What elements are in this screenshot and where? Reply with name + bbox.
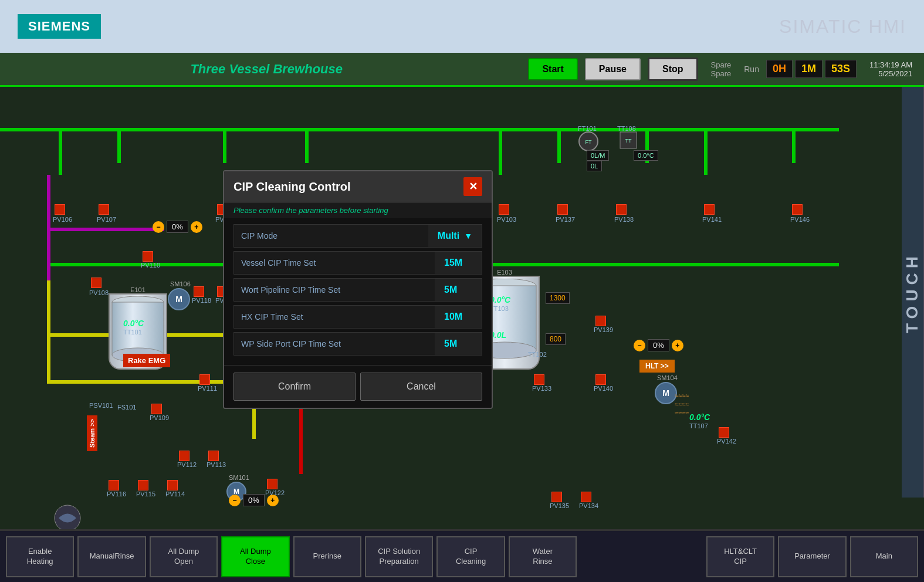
valve-pv115[interactable] (138, 480, 148, 490)
pipe-v3 (223, 128, 226, 163)
stop-button[interactable]: Stop (648, 57, 698, 81)
valve-pv146[interactable] (792, 204, 803, 215)
touch-label: TOUCH (902, 87, 924, 498)
pv109-label: PV109 (150, 414, 169, 421)
hx-label: ≈≈≈≈ (675, 392, 689, 399)
valve-pv106[interactable] (55, 204, 65, 215)
pv140-label: PV140 (594, 385, 613, 392)
valve-pv118[interactable] (194, 286, 204, 297)
svg-text:FT: FT (585, 139, 592, 145)
flow-l: 0L (587, 161, 602, 171)
pct-minus-right[interactable]: − (634, 340, 645, 351)
modal-title: CIP Cleaning Control (233, 180, 351, 194)
pipe-v4 (305, 128, 309, 163)
toolbar-btn-main[interactable]: Main (850, 536, 918, 577)
valve-pv134[interactable] (581, 492, 591, 502)
hlt-button[interactable]: HLT >> (639, 360, 675, 373)
temp-tt107: 0.0°C (689, 412, 710, 422)
pv116-label: PV116 (107, 490, 126, 498)
steam-label-2[interactable]: Steam >> (87, 415, 97, 451)
pv114-label: PV114 (165, 490, 185, 498)
toolbar-btn-cip-cleaning[interactable]: CIPCleaning (436, 536, 505, 577)
confirm-button[interactable]: Confirm (233, 373, 356, 401)
toolbar-btn-enable-heating[interactable]: EnableHeating (6, 536, 74, 577)
pause-button[interactable]: Pause (585, 58, 641, 80)
valve-pv141[interactable] (704, 204, 715, 215)
cip-mode-row[interactable]: CIP Mode Multi ▼ (233, 224, 482, 248)
valve-pv103[interactable] (499, 204, 509, 215)
toolbar-btn-parameter[interactable]: Parameter (778, 536, 846, 577)
modal-body: CIP Mode Multi ▼ Vessel CIP Time Set 15M… (224, 218, 492, 365)
sm106-motor: M (167, 287, 191, 313)
pct-plus-top[interactable]: + (191, 221, 202, 233)
valve-pv139[interactable] (595, 316, 606, 326)
hx-cip-label: HX CIP Time Set (234, 306, 435, 327)
pct-plus-right[interactable]: + (672, 340, 683, 351)
valve-pv107[interactable] (99, 204, 109, 215)
pv137-label: PV137 (556, 216, 575, 223)
valve-pv111[interactable] (199, 374, 210, 385)
pv146-label: PV146 (790, 216, 810, 223)
e103-id: E103 (497, 269, 512, 276)
pv142-label: PV142 (717, 438, 736, 445)
toolbar-btn-all-dump-close[interactable]: All DumpClose (221, 536, 289, 577)
valve-pv112[interactable] (179, 451, 189, 461)
spare2-label: Spare (711, 69, 732, 78)
valve-pv138[interactable] (616, 204, 627, 215)
toolbar-btn-prerinse[interactable]: Prerinse (293, 536, 361, 577)
pct-minus-top[interactable]: − (153, 221, 164, 233)
fs104-pump (53, 503, 82, 529)
timer-minutes: 1M (795, 60, 823, 78)
pv118-label: PV118 (192, 297, 211, 304)
valve-pv142[interactable] (719, 427, 729, 438)
toolbar-btn-all-dump-open[interactable]: All DumpOpen (150, 536, 218, 577)
control-bar: Three Vessel Brewhouse Start Pause Stop … (0, 53, 924, 87)
pipe-v6 (557, 128, 561, 163)
pipe-v9 (792, 128, 796, 163)
run-label: Run (744, 65, 759, 74)
wort-pipeline-cip-row[interactable]: Wort Pipeline CIP Time Set 5M (233, 278, 482, 302)
wort-pipeline-value[interactable]: 5M (435, 279, 482, 301)
valve-pv109[interactable] (151, 404, 162, 414)
toolbar-btn-hlt-clt-cip[interactable]: HLT&CLTCIP (706, 536, 774, 577)
vessel-cip-value[interactable]: 15M (435, 252, 482, 274)
pv139-label: PV139 (594, 326, 613, 333)
valve-pv133[interactable] (534, 374, 544, 385)
start-button[interactable]: Start (528, 58, 577, 80)
valve-pv108[interactable] (91, 278, 101, 288)
tt102b-label: TT102 (528, 351, 547, 358)
hx-cip-value[interactable]: 10M (435, 306, 482, 328)
valve-pv116[interactable] (109, 480, 119, 490)
temp-tt108-display: 0.0°C (634, 150, 658, 161)
pv108-label: PV108 (89, 289, 109, 296)
valve-pv113[interactable] (208, 451, 219, 461)
ft101-label: FT101 (578, 125, 597, 132)
pipe-v8 (704, 128, 708, 175)
pipe-mid3 (487, 263, 839, 266)
cip-mode-value[interactable]: Multi ▼ (428, 225, 482, 247)
hx-label3: ≈≈≈≈ (675, 410, 689, 417)
pct-minus-bottom[interactable]: − (229, 495, 241, 506)
pct-top: − 0% + (153, 221, 202, 233)
valve-pv137[interactable] (557, 204, 568, 215)
vessel-cip-row[interactable]: Vessel CIP Time Set 15M (233, 251, 482, 275)
toolbar-btn-water-rinse[interactable]: WaterRinse (509, 536, 577, 577)
wort-pipeline-label: Wort Pipeline CIP Time Set (234, 279, 435, 300)
flow-lm: 0L/M (587, 150, 609, 161)
valve-pv140[interactable] (595, 374, 606, 385)
valve-pv122[interactable] (267, 479, 277, 489)
cancel-button[interactable]: Cancel (360, 373, 482, 401)
valve-pv114[interactable] (167, 480, 178, 490)
wp-sideport-cip-row[interactable]: WP Side Port CIP Time Set 5M (233, 332, 482, 356)
valve-pv110[interactable] (143, 251, 153, 262)
wp-sideport-value[interactable]: 5M (435, 333, 482, 355)
modal-close-button[interactable]: ✕ (463, 177, 482, 196)
pct-value-top: 0% (167, 221, 188, 233)
toolbar-btn-manual-rinse[interactable]: ManualRinse (77, 536, 145, 577)
e101-id: E101 (130, 286, 145, 293)
hx-cip-row[interactable]: HX CIP Time Set 10M (233, 305, 482, 329)
rake-emg-button[interactable]: Rake EMG (123, 354, 170, 367)
cip-modal: CIP Cleaning Control ✕ Please confirm th… (223, 170, 493, 409)
toolbar-btn-cip-solution[interactable]: CIP SolutionPreparation (365, 536, 433, 577)
valve-pv135[interactable] (551, 492, 562, 502)
